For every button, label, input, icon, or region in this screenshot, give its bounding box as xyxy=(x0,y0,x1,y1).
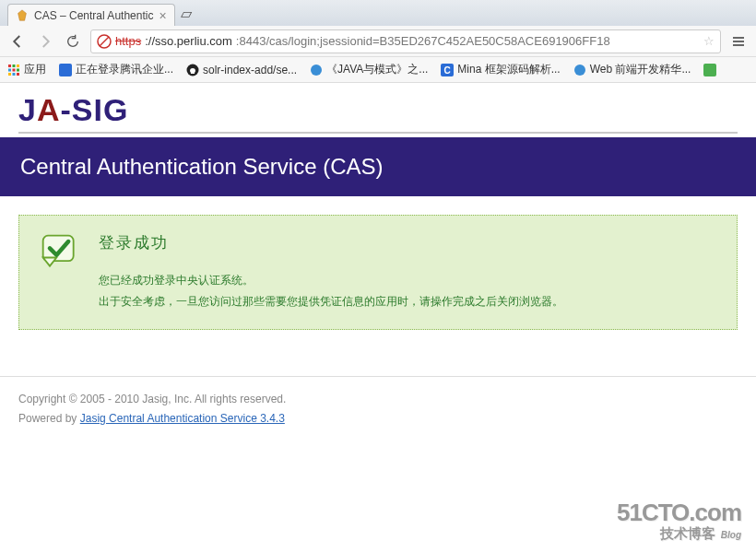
bookmark-icon: C xyxy=(441,64,454,76)
powered-by: Powered by Jasig Central Authentication … xyxy=(18,409,738,429)
browser-tab[interactable]: CAS – Central Authentic × xyxy=(7,4,175,26)
bookmark-icon xyxy=(573,64,586,76)
svg-rect-14 xyxy=(59,64,72,76)
bookmark-icon xyxy=(310,64,323,76)
bookmark-label: 应用 xyxy=(24,62,46,77)
bookmark-item[interactable]: CMina 框架源码解析... xyxy=(441,62,560,77)
page-footer: Copyright © 2005 - 2010 Jasig, Inc. All … xyxy=(0,376,756,442)
svg-rect-3 xyxy=(733,41,744,42)
svg-text:C: C xyxy=(444,65,451,76)
powered-link[interactable]: Jasig Central Authentication Service 3.4… xyxy=(80,412,285,425)
watermark-line2: 技术博客Blog xyxy=(617,525,741,543)
address-bar[interactable]: https ://sso.perliu.com :8443/cas/login;… xyxy=(90,29,721,53)
apps-icon xyxy=(7,64,20,76)
svg-rect-7 xyxy=(17,65,19,67)
copyright-text: Copyright © 2005 - 2010 Jasig, Inc. All … xyxy=(18,390,738,410)
tab-title: CAS – Central Authentic xyxy=(34,9,153,22)
bookmark-item[interactable]: solr-index-add/se... xyxy=(186,64,297,76)
url-scheme: https xyxy=(115,34,141,48)
svg-rect-4 xyxy=(733,44,744,46)
success-line2: 出于安全考虑，一旦您访问过那些需要您提供凭证信息的应用时，请操作完成之后关闭浏览… xyxy=(99,291,563,312)
bookmark-item[interactable]: Web 前端开发精华... xyxy=(573,62,691,77)
watermark: 51CTO.com 技术博客Blog xyxy=(617,499,741,543)
svg-rect-8 xyxy=(8,68,11,71)
svg-rect-12 xyxy=(13,73,16,76)
success-text: 登录成功 您已经成功登录中央认证系统。 出于安全考虑，一旦您访问过那些需要您提供… xyxy=(99,232,563,312)
watermark-line1: 51CTO.com xyxy=(617,499,741,527)
close-icon[interactable]: × xyxy=(159,9,166,22)
github-icon xyxy=(186,64,199,76)
main-content: 登录成功 您已经成功登录中央认证系统。 出于安全考虑，一旦您访问过那些需要您提供… xyxy=(0,196,756,348)
bookmark-label: solr-index-add/se... xyxy=(203,64,297,76)
logo-divider xyxy=(18,132,738,134)
back-button[interactable] xyxy=(7,31,28,52)
bookmark-icon xyxy=(703,64,716,76)
success-message-box: 登录成功 您已经成功登录中央认证系统。 出于安全考虑，一旦您访问过那些需要您提供… xyxy=(18,215,738,330)
new-tab-button[interactable]: ▱ xyxy=(181,5,192,22)
svg-rect-11 xyxy=(8,73,11,76)
svg-point-19 xyxy=(574,65,585,76)
svg-line-1 xyxy=(100,37,109,46)
success-line1: 您已经成功登录中央认证系统。 xyxy=(99,270,563,291)
success-check-icon xyxy=(40,232,80,312)
apps-shortcut[interactable]: 应用 xyxy=(7,62,46,77)
site-warning-icon xyxy=(97,34,112,49)
menu-button[interactable] xyxy=(728,31,749,52)
tab-strip: CAS – Central Authentic × ▱ xyxy=(0,0,756,26)
bookmark-label: Mina 框架源码解析... xyxy=(457,62,560,77)
success-title: 登录成功 xyxy=(99,232,563,253)
reload-button[interactable] xyxy=(63,31,83,52)
url-host: ://sso.perliu.com xyxy=(145,34,232,48)
svg-rect-10 xyxy=(17,68,19,71)
bookmarks-bar: 应用 正在登录腾讯企业... solr-index-add/se... 《JAV… xyxy=(0,57,756,83)
bookmark-item[interactable]: 正在登录腾讯企业... xyxy=(59,62,173,77)
favicon-icon xyxy=(16,9,29,22)
svg-rect-20 xyxy=(703,64,716,76)
bookmark-item[interactable] xyxy=(703,64,716,76)
page-content: JA-SIG Central Authentication Service (C… xyxy=(0,83,756,442)
page-title: Central Authentication Service (CAS) xyxy=(0,137,756,196)
powered-prefix: Powered by xyxy=(18,412,80,425)
jasig-logo: JA-SIG xyxy=(18,92,738,128)
navigation-bar: https ://sso.perliu.com :8443/cas/login;… xyxy=(0,26,756,57)
bookmark-icon xyxy=(59,64,72,76)
forward-button[interactable] xyxy=(35,31,55,52)
svg-rect-6 xyxy=(13,65,16,67)
svg-point-16 xyxy=(311,65,322,76)
bookmark-label: 《JAVA与模式》之... xyxy=(326,62,428,77)
url-path: :8443/cas/login;jsessionid=B35ED267C452A… xyxy=(236,34,610,48)
bookmark-label: 正在登录腾讯企业... xyxy=(76,62,173,77)
bookmark-item[interactable]: 《JAVA与模式》之... xyxy=(310,62,428,77)
bookmark-star-icon[interactable]: ☆ xyxy=(703,34,715,48)
logo-area: JA-SIG xyxy=(0,83,756,137)
svg-rect-9 xyxy=(13,68,16,71)
svg-rect-2 xyxy=(733,37,744,39)
svg-rect-13 xyxy=(17,73,19,76)
svg-rect-5 xyxy=(8,65,11,67)
bookmark-label: Web 前端开发精华... xyxy=(590,62,691,77)
